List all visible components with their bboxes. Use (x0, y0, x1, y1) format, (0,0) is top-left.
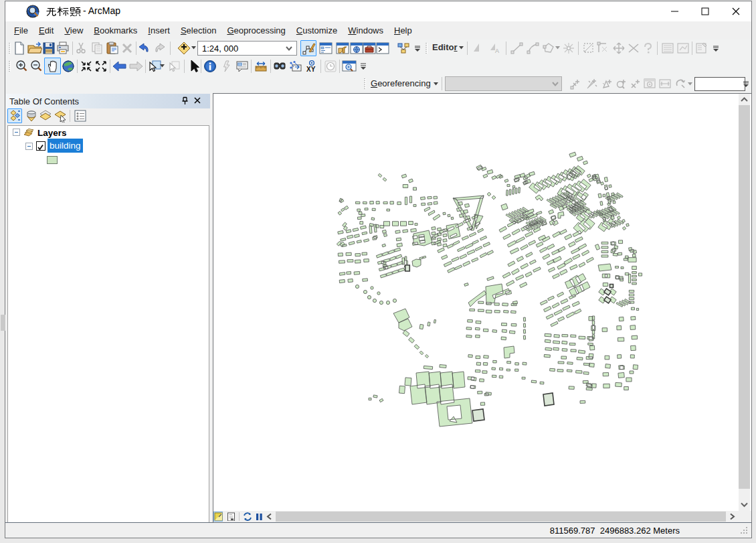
svg-text:A: A (495, 48, 499, 54)
svg-text:XY: XY (306, 66, 316, 73)
